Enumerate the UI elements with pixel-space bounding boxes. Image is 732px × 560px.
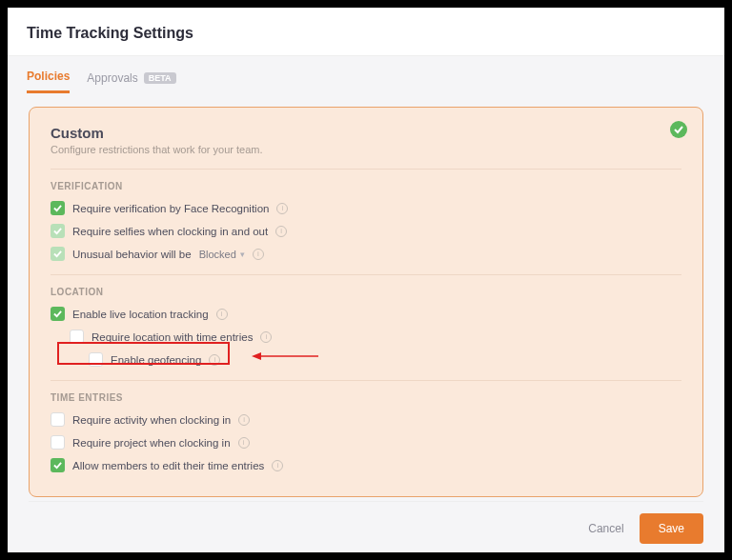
label-allow-edit: Allow members to edit their time entries: [72, 460, 264, 471]
row-require-location: Require location with time entries i: [70, 330, 681, 344]
checkbox-allow-edit[interactable]: [51, 458, 65, 472]
page-title: Time Tracking Settings: [27, 25, 705, 42]
select-unusual-value: Blocked: [199, 249, 236, 260]
info-icon[interactable]: i: [253, 249, 264, 260]
page-header: Time Tracking Settings: [8, 8, 724, 56]
body: Policies Approvals BETA Custom Configure…: [8, 56, 724, 551]
info-icon[interactable]: i: [260, 331, 272, 343]
beta-badge: BETA: [144, 72, 176, 84]
section-heading-location: LOCATION: [51, 287, 681, 297]
panel-subtitle: Configure restrictions that work for you…: [51, 144, 681, 155]
section-heading-verification: VERIFICATION: [51, 181, 681, 191]
label-face-recognition: Require verification by Face Recognition: [72, 203, 269, 214]
section-heading-time-entries: TIME ENTRIES: [51, 392, 681, 403]
row-allow-edit: Allow members to edit their time entries…: [51, 458, 681, 472]
row-selfies: Require selfies when clocking in and out…: [51, 224, 681, 238]
checkbox-live-location[interactable]: [51, 307, 65, 321]
info-icon[interactable]: i: [272, 460, 283, 471]
row-face-recognition: Require verification by Face Recognition…: [51, 201, 681, 215]
custom-policy-panel: Custom Configure restrictions that work …: [29, 107, 703, 497]
label-live-location: Enable live location tracking: [72, 309, 209, 320]
info-icon[interactable]: i: [238, 437, 250, 449]
footer: Cancel Save: [29, 501, 703, 544]
info-icon[interactable]: i: [216, 309, 228, 320]
checkbox-face-recognition[interactable]: [51, 201, 65, 215]
checkbox-geofencing[interactable]: [89, 352, 103, 367]
tabs: Policies Approvals BETA: [8, 56, 724, 93]
section-time-entries: TIME ENTRIES Require activity when clock…: [51, 380, 681, 472]
checkbox-selfies[interactable]: [51, 224, 65, 238]
checkbox-require-project[interactable]: [51, 435, 65, 450]
checkbox-require-location[interactable]: [70, 330, 84, 344]
select-unusual-behavior[interactable]: Blocked ▾: [199, 249, 245, 260]
row-require-activity: Require activity when clocking in i: [51, 412, 681, 427]
tab-approvals-label: Approvals: [87, 71, 137, 85]
save-button[interactable]: Save: [640, 513, 703, 544]
chevron-down-icon: ▾: [240, 250, 245, 259]
row-live-location: Enable live location tracking i: [51, 307, 681, 321]
label-require-location: Require location with time entries: [92, 331, 253, 343]
panel-title: Custom: [51, 125, 681, 141]
checkbox-require-activity[interactable]: [51, 412, 65, 427]
label-selfies: Require selfies when clocking in and out: [72, 226, 268, 237]
row-geofencing: Enable geofencing i: [89, 352, 681, 367]
tab-policies[interactable]: Policies: [27, 70, 70, 93]
label-require-project: Require project when clocking in: [72, 437, 231, 449]
checkbox-unusual[interactable]: [51, 247, 65, 261]
tab-approvals[interactable]: Approvals BETA: [87, 71, 175, 92]
panel-selected-icon: [670, 121, 687, 138]
cancel-button[interactable]: Cancel: [588, 522, 623, 535]
info-icon[interactable]: i: [238, 414, 250, 426]
info-icon[interactable]: i: [276, 203, 288, 214]
row-unusual-behavior: Unusual behavior will be Blocked ▾ i: [51, 247, 681, 261]
section-location: LOCATION Enable live location tracking i…: [51, 274, 681, 367]
info-icon[interactable]: i: [275, 226, 287, 237]
row-require-project: Require project when clocking in i: [51, 435, 681, 450]
label-require-activity: Require activity when clocking in: [72, 414, 231, 426]
label-geofencing: Enable geofencing: [111, 354, 201, 366]
section-verification: VERIFICATION Require verification by Fac…: [51, 169, 681, 261]
info-icon[interactable]: i: [209, 354, 220, 366]
tab-policies-label: Policies: [27, 70, 70, 83]
label-unusual-prefix: Unusual behavior will be: [72, 249, 192, 260]
